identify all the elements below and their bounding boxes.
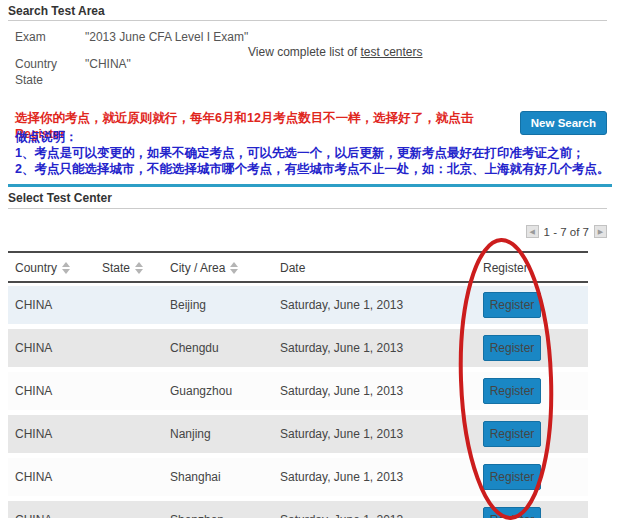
register-button[interactable]: Register [483,378,541,404]
column-header-register: Register [483,261,528,275]
table-row: CHINA Shanghai Saturday, June 1, 2013 Re… [8,458,588,496]
table-row: CHINA Chengdu Saturday, June 1, 2013 Reg… [8,329,588,367]
sort-icon[interactable] [62,262,70,274]
cell-date: Saturday, June 1, 2013 [280,298,403,312]
cell-country: CHINA [15,298,52,312]
search-area-title: Search Test Area [8,4,105,18]
note-item-1: 1、考点是可以变更的，如果不确定考点，可以先选一个，以后更新，更新考点最好在打印… [15,145,615,161]
cell-country: CHINA [15,384,52,398]
pagination-next-button[interactable]: ▶ [594,225,607,238]
blue-divider [8,184,612,187]
register-button[interactable]: Register [483,507,541,518]
pagination-prev-button[interactable]: ◀ [526,225,539,238]
view-complete-list-line: View complete list of test centers [248,45,423,59]
country-label: Country [15,57,57,71]
table-row: CHINA Nanjing Saturday, June 1, 2013 Reg… [8,415,588,453]
exam-label: Exam [15,30,46,44]
cell-city: Chengdu [170,341,219,355]
cell-date: Saturday, June 1, 2013 [280,384,403,398]
pagination-range-text: 1 - 7 of 7 [544,226,589,238]
cell-city: Nanjing [170,427,211,441]
table-row: CHINA Shenzhen Saturday, June 1, 2013 Re… [8,501,588,518]
cell-country: CHINA [15,470,52,484]
cell-city: Shanghai [170,470,221,484]
cell-date: Saturday, June 1, 2013 [280,470,403,484]
column-header-date: Date [280,261,305,275]
cell-date: Saturday, June 1, 2013 [280,341,403,355]
column-header-state: State [102,261,143,275]
note-item-2: 2、考点只能选择城市，不能选择城市哪个考点，有些城市考点不止一处，如：北京、上海… [15,161,615,177]
select-center-title: Select Test Center [8,191,112,205]
cell-date: Saturday, June 1, 2013 [280,427,403,441]
cell-date: Saturday, June 1, 2013 [280,513,403,518]
table-row: CHINA Beijing Saturday, June 1, 2013 Reg… [8,286,588,324]
cell-country: CHINA [15,341,52,355]
table-row: CHINA Guangzhou Saturday, June 1, 2013 R… [8,372,588,410]
cell-city: Beijing [170,298,206,312]
column-header-label: Country [15,261,57,275]
column-header-label: State [102,261,130,275]
new-search-button[interactable]: New Search [520,111,607,135]
sort-icon[interactable] [230,262,238,274]
column-header-label: City / Area [170,261,225,275]
table-header-row: Country State City / Area Date Register [8,253,588,281]
cell-country: CHINA [15,427,52,441]
view-list-prefix: View complete list of [248,45,361,59]
cell-country: CHINA [15,513,52,518]
note-red-line: 选择你的考点，就近原则就行，每年6月和12月考点数目不一样，选择好了，就点击Re… [15,110,515,141]
register-button[interactable]: Register [483,335,541,361]
test-centers-link[interactable]: test centers [361,45,423,59]
register-button[interactable]: Register [483,421,541,447]
register-button[interactable]: Register [483,292,541,318]
country-value: "CHINA" [85,57,131,71]
divider-line-2 [8,208,607,209]
register-button[interactable]: Register [483,464,541,490]
column-header-city-area: City / Area [170,261,238,275]
state-label: State [15,73,43,87]
divider-line [8,20,607,21]
column-header-country: Country [15,261,70,275]
note-heading: 做点说明： [15,129,78,145]
cell-city: Guangzhou [170,384,232,398]
cell-city: Shenzhen [170,513,224,518]
column-header-label: Date [280,261,305,275]
table-row-clipped-container: CHINA Shenzhen Saturday, June 1, 2013 Re… [8,501,588,518]
column-header-label: Register [483,261,528,275]
table-header-bottom-border [8,281,588,283]
pagination: ◀ 1 - 7 of 7 ▶ [526,225,607,238]
sort-icon[interactable] [135,262,143,274]
exam-value: "2013 June CFA Level I Exam" [85,30,250,44]
